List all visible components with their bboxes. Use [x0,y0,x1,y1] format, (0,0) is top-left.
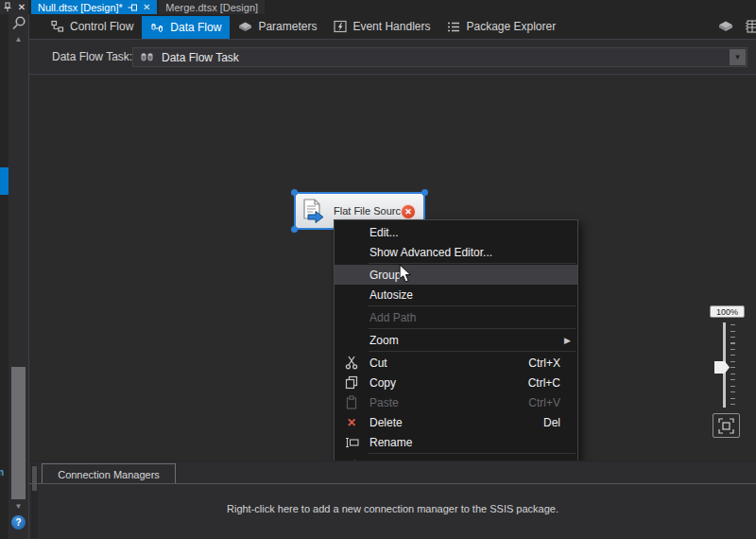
event-handlers-icon [334,20,347,33]
toolbox-scrollbar[interactable]: ▲ ▼ ? [9,14,28,539]
connection-managers-panel[interactable]: Connection Managers Right-click here to … [29,461,756,539]
combobox-dropdown-button[interactable]: ▼ [730,49,746,65]
component-label: Flat File Source [334,205,406,217]
menu-item-paste: Paste Ctrl+V [335,392,577,412]
zoom-level-value: 100% [716,307,738,317]
menu-item-delete[interactable]: ✕ Delete Del [335,412,577,432]
tab-data-flow[interactable]: Data Flow [142,16,230,39]
scroll-down-icon[interactable]: ▼ [9,502,28,512]
menu-shortcut: Ctrl+X [528,356,560,370]
tab-label: Package Explorer [466,20,556,33]
menu-item-label: Show Advanced Editor... [369,246,492,259]
zoom-slider-ticks [730,324,735,407]
tab-null-dtsx[interactable]: Null.dtsx [Design]* ✕ [31,0,157,14]
zoom-slider-thumb[interactable] [714,361,730,374]
task-selector-label: Data Flow Task: [52,50,132,63]
menu-item-show-advanced-editor[interactable]: Show Advanced Editor... [335,242,577,262]
menu-separator [369,305,576,306]
menu-shortcut: Ctrl+C [528,376,560,390]
help-label: ? [15,517,21,528]
tab-event-handlers[interactable]: Event Handlers [325,14,438,39]
tab-label: Parameters [258,20,317,33]
submenu-arrow-icon: ▶ [564,336,571,345]
search-icon[interactable] [10,15,27,32]
menu-item-label: Add Path [369,311,416,324]
menu-item-label: Zoom [369,334,399,347]
menu-item-label: Rename [369,436,412,449]
toolbox-edge-strip: n [0,14,9,539]
control-flow-icon [51,20,64,33]
tab-label: Connection Managers [58,469,160,480]
pin-icon[interactable] [3,2,12,12]
menu-item-label: Group [369,269,401,282]
designer-tab-bar: Control Flow Data Flow Parameters Event … [29,14,756,40]
delete-x-icon: ✕ [341,416,362,429]
zoom-level-badge: 100% [710,305,745,318]
scroll-up-icon[interactable]: ▲ [9,35,28,44]
scissors-icon [341,356,362,370]
document-tab-strip: ✕ Null.dtsx [Design]* ✕ Merge.dtsx [Desi… [0,0,756,14]
panel-divider [29,483,756,484]
menu-item-copy[interactable]: Copy Ctrl+C [335,373,577,392]
close-icon[interactable]: ✕ [143,3,150,12]
task-combobox-value: Data Flow Task [162,51,239,64]
menu-separator [369,328,576,329]
task-combobox[interactable]: Data Flow Task ▼ [132,47,747,67]
data-flow-task-icon [140,51,154,63]
toolbox-selected-indicator [0,167,9,195]
menu-separator [369,263,576,264]
data-flow-design-surface[interactable]: Flat File Source ✕ Edit... Show Advanced… [29,76,756,461]
menu-item-autosize[interactable]: Autosize [335,285,577,304]
scrollbar-thumb[interactable] [11,367,26,499]
panel-scrollbar[interactable] [31,464,38,538]
menu-item-label: Cut [369,356,387,370]
menu-shortcut: Alt+Enter [513,459,560,461]
mouse-cursor [398,265,413,284]
doc-tab-title: Null.dtsx [Design]* [38,2,123,13]
selection-handle[interactable] [291,189,298,196]
menu-item-rename[interactable]: Rename [335,432,577,452]
wrench-icon [341,459,362,461]
menu-item-edit[interactable]: Edit... [335,222,577,242]
tab-connection-managers[interactable]: Connection Managers [42,463,176,484]
pin-icon[interactable] [128,3,138,12]
tab-package-explorer[interactable]: Package Explorer [438,14,564,39]
zoom-to-fit-button[interactable] [713,413,740,438]
panel-controls: ✕ [0,0,28,14]
copy-icon [341,375,362,390]
menu-separator [369,453,576,454]
menu-item-add-path: Add Path [335,307,577,327]
task-selector-row: Data Flow Task: Data Flow Task ▼ [29,41,756,75]
close-icon[interactable]: ✕ [18,3,26,12]
tab-label: Data Flow [170,21,221,34]
menu-item-group[interactable]: Group [335,265,577,285]
menu-item-label: Delete [369,416,403,429]
menu-item-cut[interactable]: Cut Ctrl+X [335,353,577,373]
rename-icon [341,436,362,449]
tab-parameters[interactable]: Parameters [230,14,325,39]
scrollbar-thumb[interactable] [32,466,37,491]
doc-tab-title: Merge.dtsx [Design] [165,2,258,13]
help-button[interactable]: ? [11,515,26,530]
tab-merge-dtsx[interactable]: Merge.dtsx [Design] [159,0,265,14]
menu-item-label: Edit... [369,226,399,239]
flat-file-icon [300,198,326,224]
selection-handle[interactable] [291,226,298,233]
context-menu: Edit... Show Advanced Editor... Group Au… [334,219,578,461]
connection-managers-message: Right-click here to add a new connection… [29,503,756,514]
toolbox-text-fragment: n [0,467,4,478]
error-badge-icon[interactable]: ✕ [401,204,416,219]
tab-control-flow[interactable]: Control Flow [43,14,142,39]
menu-item-label: Properties [369,459,421,461]
tab-label: Control Flow [70,20,133,33]
package-explorer-icon [447,21,460,33]
selection-handle[interactable] [421,189,428,196]
menu-item-properties[interactable]: Properties Alt+Enter [335,455,577,461]
nav-right-icons [718,14,756,39]
parameters-icon [238,22,252,32]
menu-separator [369,351,576,352]
package-icon[interactable] [718,21,733,32]
tab-label: Event Handlers [352,20,430,33]
menu-item-zoom[interactable]: Zoom▶ [335,330,577,350]
variables-grid-icon[interactable] [745,20,756,33]
